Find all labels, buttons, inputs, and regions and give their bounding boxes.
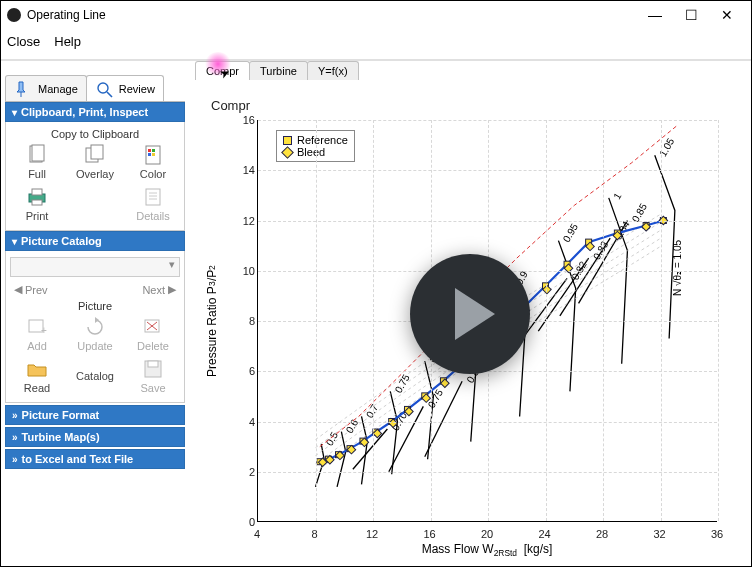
details-icon [142, 186, 164, 208]
y-tick: 10 [225, 265, 255, 277]
tool-details-label: Details [136, 210, 170, 222]
svg-text:0.75: 0.75 [393, 372, 412, 395]
x-tick: 36 [711, 528, 723, 540]
menu-close[interactable]: Close [7, 34, 40, 49]
x-tick: 16 [423, 528, 435, 540]
add-picture-icon: + [26, 316, 48, 338]
prev-label: Prev [25, 284, 48, 296]
prev-button[interactable]: ◀Prev [14, 283, 48, 296]
refresh-icon [84, 316, 106, 338]
y-tick: 16 [225, 114, 255, 126]
x-tick: 8 [311, 528, 317, 540]
chevron-right-icon: ▶ [168, 283, 176, 296]
y-tick: 6 [225, 365, 255, 377]
tab-review[interactable]: Review [86, 75, 164, 101]
titlebar: Operating Line — ☐ ✕ [1, 1, 751, 29]
panel-catalog-header[interactable]: ▾ Picture Catalog [5, 231, 185, 251]
tab-compr-label: Compr [206, 65, 239, 77]
color-icon [142, 144, 164, 166]
printer-icon [26, 186, 48, 208]
y-tick: 12 [225, 215, 255, 227]
tool-read[interactable]: Read [8, 358, 66, 394]
x-tick: 24 [538, 528, 550, 540]
tool-color-label: Color [140, 168, 166, 180]
pin-icon [14, 80, 34, 98]
tab-turbine-label: Turbine [260, 65, 297, 77]
chevron-left-icon: ◀ [14, 283, 22, 296]
panel-catalog-body: ▾ ◀Prev Next▶ Picture +Add Update Delete… [5, 251, 185, 403]
panel-catalog-title: Picture Catalog [21, 235, 102, 247]
tool-save-label: Save [140, 382, 165, 394]
svg-rect-9 [148, 153, 151, 156]
panel-excel-text-label: to Excel and Text File [22, 453, 134, 465]
tool-full[interactable]: Full [8, 144, 66, 180]
svg-text:N √θ₂ = 1.05: N √θ₂ = 1.05 [672, 240, 683, 296]
panel-clipboard-title: Clipboard, Print, Inspect [21, 106, 148, 118]
menubar: Close Help [1, 29, 751, 53]
svg-text:0.95: 0.95 [561, 221, 580, 244]
tab-yfx[interactable]: Y=f(x) [307, 61, 359, 80]
tab-yfx-label: Y=f(x) [318, 65, 348, 77]
tool-update: Update [66, 316, 124, 352]
panel-picture-format[interactable]: »Picture Format [5, 405, 185, 425]
tool-add-label: Add [27, 340, 47, 352]
chevron-down-icon: ▾ [12, 236, 17, 247]
chevron-down-icon: ▾ [169, 258, 179, 271]
panel-turbine-maps[interactable]: »Turbine Map(s) [5, 427, 185, 447]
svg-rect-3 [32, 145, 44, 161]
y-axis-label: Pressure Ratio P3/P2 [205, 120, 219, 522]
window-title: Operating Line [27, 8, 637, 22]
tool-delete: Delete [124, 316, 182, 352]
doc-icon [26, 144, 48, 166]
y-tick: 2 [225, 466, 255, 478]
tool-overlay-label: Overlay [76, 168, 114, 180]
svg-rect-5 [91, 145, 103, 159]
y-tick: 14 [225, 164, 255, 176]
tab-manage-label: Manage [38, 83, 78, 95]
minimize-button[interactable]: — [637, 1, 673, 29]
play-button[interactable] [410, 254, 530, 374]
panel-excel-text[interactable]: »to Excel and Text File [5, 449, 185, 469]
svg-rect-12 [32, 189, 42, 195]
tab-turbine[interactable]: Turbine [249, 61, 308, 80]
svg-text:+: + [41, 325, 47, 336]
svg-rect-10 [152, 153, 155, 156]
catalog-text: Catalog [76, 370, 114, 382]
picture-label: Picture [8, 298, 182, 316]
tab-compr[interactable]: Compr ➤ [195, 61, 250, 80]
svg-rect-8 [152, 149, 155, 152]
tool-read-label: Read [24, 382, 50, 394]
x-tick: 4 [254, 528, 260, 540]
svg-line-1 [107, 92, 112, 97]
folder-open-icon [26, 358, 48, 380]
x-tick: 32 [653, 528, 665, 540]
svg-rect-14 [146, 189, 160, 205]
tab-review-label: Review [119, 83, 155, 95]
sidebar: Manage Review ▾ Clipboard, Print, Inspec… [1, 61, 189, 566]
x-tick: 28 [596, 528, 608, 540]
save-icon [142, 358, 164, 380]
catalog-dropdown[interactable]: ▾ [10, 257, 180, 277]
catalog-label: Catalog [66, 358, 124, 394]
tool-color[interactable]: Color [124, 144, 182, 180]
next-label: Next [142, 284, 165, 296]
menu-help[interactable]: Help [54, 34, 81, 49]
close-window-button[interactable]: ✕ [709, 1, 745, 29]
chevron-down-icon: ▾ [12, 107, 17, 118]
tool-full-label: Full [28, 168, 46, 180]
tab-manage[interactable]: Manage [5, 75, 87, 101]
tool-print[interactable]: Print [8, 186, 66, 222]
copy-to-clipboard-label: Copy to Clipboard [8, 126, 182, 144]
panel-picture-format-label: Picture Format [22, 409, 100, 421]
svg-text:0.6: 0.6 [344, 417, 361, 435]
x-tick: 12 [366, 528, 378, 540]
next-button[interactable]: Next▶ [142, 283, 176, 296]
maximize-button[interactable]: ☐ [673, 1, 709, 29]
panel-clipboard-header[interactable]: ▾ Clipboard, Print, Inspect [5, 102, 185, 122]
tool-overlay[interactable]: Overlay [66, 144, 124, 180]
chart-title: Compr [211, 98, 250, 113]
svg-rect-24 [148, 361, 158, 367]
play-icon [455, 288, 495, 340]
panel-clipboard-body: Copy to Clipboard Full Overlay Color Pri… [5, 122, 185, 231]
x-tick: 20 [481, 528, 493, 540]
